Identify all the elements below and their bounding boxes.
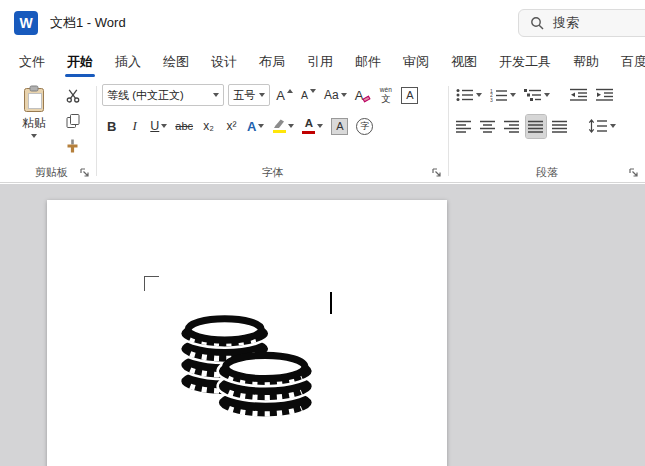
marker-pen-icon xyxy=(272,119,286,129)
font-size-combo[interactable]: 五号 xyxy=(228,84,270,106)
strikethrough-glyph: abc xyxy=(175,120,193,132)
format-painter-icon xyxy=(66,139,79,153)
enclose-characters-icon: 字 xyxy=(356,118,373,135)
change-case-button[interactable]: Aa xyxy=(322,84,349,107)
numbered-list-icon: 1 2 3 xyxy=(490,88,508,102)
search-box[interactable]: 搜索 xyxy=(518,9,645,37)
bullets-button[interactable] xyxy=(454,84,484,107)
align-right-icon xyxy=(504,120,520,133)
align-center-button[interactable] xyxy=(478,115,498,138)
chevron-down-icon xyxy=(341,93,347,97)
copy-button[interactable] xyxy=(61,110,84,131)
arrow-down-icon xyxy=(310,89,316,93)
tab-review[interactable]: 审阅 xyxy=(392,46,440,79)
clipboard-dialog-launcher[interactable] xyxy=(79,167,91,179)
decrease-indent-icon xyxy=(570,88,588,102)
font-name-combo[interactable]: 等线 (中文正文) xyxy=(102,84,224,106)
pinyin-guide-button[interactable]: wén 文 xyxy=(376,84,395,107)
font-color-button[interactable]: A xyxy=(300,115,325,138)
cut-button[interactable] xyxy=(61,85,84,106)
font-name-value: 等线 (中文正文) xyxy=(107,88,183,103)
align-right-button[interactable] xyxy=(502,115,522,138)
arrow-up-icon xyxy=(287,89,293,93)
document-page[interactable] xyxy=(47,200,447,466)
format-painter-button[interactable] xyxy=(61,135,84,156)
paste-button[interactable]: 粘贴 xyxy=(11,82,57,156)
tab-layout[interactable]: 布局 xyxy=(248,46,296,79)
increase-indent-button[interactable] xyxy=(594,84,616,107)
chevron-down-icon xyxy=(31,134,37,138)
line-spacing-icon xyxy=(588,119,608,133)
clipboard-group-label: 剪贴板 xyxy=(35,166,68,178)
shrink-font-glyph: A xyxy=(301,89,308,101)
character-shading-icon: A xyxy=(331,118,348,135)
highlight-icon xyxy=(272,119,286,134)
paste-label: 粘贴 xyxy=(22,115,46,132)
font-group-footer: 字体 xyxy=(102,165,443,182)
document-title: 文档1 - Word xyxy=(50,14,126,32)
chevron-down-icon xyxy=(610,124,616,128)
pinyin-bottom-text: 文 xyxy=(381,94,391,104)
clear-formatting-button[interactable]: A xyxy=(353,84,373,107)
change-case-glyph: Aa xyxy=(324,88,339,102)
subscript-button[interactable]: x₂ xyxy=(199,115,218,138)
line-spacing-button[interactable] xyxy=(586,115,618,138)
font-group-label: 字体 xyxy=(262,166,284,178)
margin-corner-mark xyxy=(144,276,159,291)
char-border-glyph: A xyxy=(406,89,413,101)
grow-font-button[interactable]: A xyxy=(274,84,295,107)
character-shading-button[interactable]: A xyxy=(329,115,350,138)
highlight-color-button[interactable] xyxy=(270,115,296,138)
tab-view[interactable]: 视图 xyxy=(440,46,488,79)
numbering-button[interactable]: 1 2 3 xyxy=(488,84,518,107)
bold-button[interactable]: B xyxy=(102,115,121,138)
align-left-button[interactable] xyxy=(454,115,474,138)
clipboard-group-footer: 剪贴板 xyxy=(11,165,91,182)
align-left-icon xyxy=(456,120,472,133)
tab-insert[interactable]: 插入 xyxy=(104,46,152,79)
distribute-button[interactable] xyxy=(550,115,570,138)
tab-draw[interactable]: 绘图 xyxy=(152,46,200,79)
underline-button[interactable]: U xyxy=(148,115,169,138)
tab-file[interactable]: 文件 xyxy=(8,46,56,79)
ribbon-tab-bar: 文件 开始 插入 绘图 设计 布局 引用 邮件 审阅 视图 开发工具 帮助 百度… xyxy=(0,46,645,79)
paragraph-dialog-launcher[interactable] xyxy=(628,167,640,179)
ribbon: 粘贴 xyxy=(0,79,645,183)
chevron-down-icon xyxy=(288,124,294,128)
tab-references[interactable]: 引用 xyxy=(296,46,344,79)
justify-icon xyxy=(528,120,544,133)
decrease-indent-button[interactable] xyxy=(568,84,590,107)
word-app-icon[interactable]: W xyxy=(14,11,38,35)
enclose-char-glyph: 字 xyxy=(360,120,369,133)
increase-indent-icon xyxy=(596,88,614,102)
tab-home[interactable]: 开始 xyxy=(56,46,104,79)
font-group: 等线 (中文正文) 五号 A A Aa xyxy=(97,82,448,182)
strikethrough-button[interactable]: abc xyxy=(173,115,195,138)
clear-format-glyph: A xyxy=(355,88,364,103)
tab-mailings[interactable]: 邮件 xyxy=(344,46,392,79)
justify-button[interactable] xyxy=(526,115,546,138)
align-center-icon xyxy=(480,120,496,133)
title-bar: W 文档1 - Word 搜索 xyxy=(0,0,645,46)
svg-text:3: 3 xyxy=(490,97,493,102)
text-effects-button[interactable]: A xyxy=(245,115,266,138)
shrink-font-button[interactable]: A xyxy=(299,84,318,107)
tab-developer[interactable]: 开发工具 xyxy=(488,46,562,79)
tab-help[interactable]: 帮助 xyxy=(562,46,610,79)
font-dialog-launcher[interactable] xyxy=(431,167,443,179)
chevron-down-icon xyxy=(258,124,264,128)
search-label: 搜索 xyxy=(553,14,579,32)
multilevel-list-button[interactable] xyxy=(522,84,552,107)
italic-button[interactable]: I xyxy=(125,115,144,138)
tab-baidu-netdisk[interactable]: 百度网盘 xyxy=(610,46,645,79)
font-size-value: 五号 xyxy=(233,88,255,103)
scissors-icon xyxy=(66,89,80,103)
coins-clipart-image[interactable] xyxy=(176,314,314,421)
char-shading-glyph: A xyxy=(336,120,343,132)
enclose-characters-button[interactable]: 字 xyxy=(354,115,375,138)
character-border-button[interactable]: A xyxy=(399,84,420,107)
superscript-button[interactable]: x² xyxy=(222,115,241,138)
font-color-bar xyxy=(302,131,315,135)
paragraph-group-footer: 段落 xyxy=(454,165,640,182)
tab-design[interactable]: 设计 xyxy=(200,46,248,79)
